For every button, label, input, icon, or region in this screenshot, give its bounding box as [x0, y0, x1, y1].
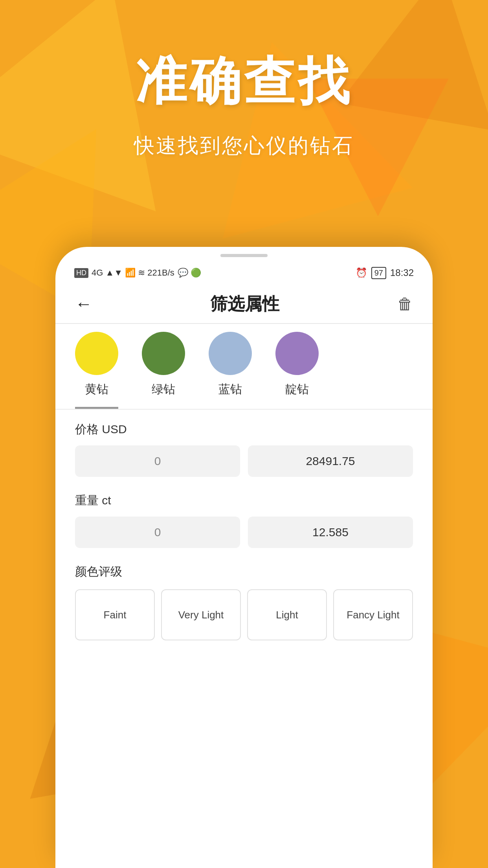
price-range-row: 0 28491.75 — [75, 445, 413, 477]
signal-icons: 4G ▲▼ 📶 ≋ 221B/s — [92, 268, 174, 278]
diamond-label-purple: 靛钻 — [285, 381, 309, 397]
price-section: 价格 USD 0 28491.75 — [55, 421, 433, 477]
color-option-fancy-light[interactable]: Fancy Light — [333, 589, 413, 640]
color-option-very-light[interactable]: Very Light — [161, 589, 241, 640]
alarm-icon: ⏰ — [356, 267, 367, 278]
diamond-label-green: 绿钻 — [152, 381, 175, 397]
weight-max-input[interactable]: 12.585 — [248, 517, 413, 548]
weight-label: 重量 ct — [75, 493, 413, 509]
divider — [55, 409, 433, 410]
trash-button[interactable]: 🗑 — [397, 295, 413, 313]
sub-title: 快速找到您心仪的钻石 — [0, 132, 488, 160]
weight-max-value: 12.585 — [312, 526, 349, 539]
circle-green — [142, 332, 185, 375]
color-rating-section: 颜色评级 Faint Very Light Light Fancy Light — [55, 564, 433, 640]
color-option-faint[interactable]: Faint — [75, 589, 155, 640]
price-min-input[interactable]: 0 — [75, 445, 240, 477]
diamond-label-yellow: 黄钻 — [85, 381, 108, 397]
hd-badge: HD — [74, 268, 88, 278]
diamond-item-yellow[interactable]: 黄钻 — [75, 332, 118, 409]
diamond-item-green[interactable]: 绿钻 — [142, 332, 185, 409]
circle-purple — [275, 332, 319, 375]
color-rating-label: 颜色评级 — [75, 564, 413, 580]
message-icon: 💬 🟢 — [178, 268, 201, 278]
diamond-label-blue: 蓝钻 — [218, 381, 242, 397]
weight-range-row: 0 12.585 — [75, 517, 413, 548]
weight-min-input[interactable]: 0 — [75, 517, 240, 548]
phone-notch — [55, 247, 433, 257]
notch-bar — [220, 254, 268, 257]
color-option-light[interactable]: Light — [247, 589, 327, 640]
color-options-row: Faint Very Light Light Fancy Light — [75, 589, 413, 640]
navigation-bar: ← 筛选属性 🗑 — [55, 285, 433, 324]
weight-min-value: 0 — [154, 526, 161, 539]
main-title: 准确查找 — [0, 47, 488, 116]
weight-section: 重量 ct 0 12.585 — [55, 493, 433, 548]
header-section: 准确查找 快速找到您心仪的钻石 — [0, 0, 488, 160]
page-title: 筛选属性 — [210, 292, 279, 316]
price-label: 价格 USD — [75, 421, 413, 438]
status-right: ⏰ 97 18:32 — [356, 267, 414, 279]
diamond-type-selector: 黄钻 绿钻 蓝钻 靛钻 — [55, 332, 433, 409]
circle-blue — [209, 332, 252, 375]
phone-mockup: HD 4G ▲▼ 📶 ≋ 221B/s 💬 🟢 ⏰ 97 18:32 ← 筛选属… — [55, 247, 433, 868]
price-min-value: 0 — [154, 454, 161, 468]
price-max-value: 28491.75 — [306, 454, 355, 468]
status-bar: HD 4G ▲▼ 📶 ≋ 221B/s 💬 🟢 ⏰ 97 18:32 — [55, 261, 433, 285]
battery-icon: 97 — [371, 267, 386, 279]
diamond-item-purple[interactable]: 靛钻 — [275, 332, 319, 409]
back-button[interactable]: ← — [75, 294, 92, 314]
price-max-input[interactable]: 28491.75 — [248, 445, 413, 477]
time-display: 18:32 — [390, 267, 414, 278]
diamond-item-blue[interactable]: 蓝钻 — [209, 332, 252, 409]
circle-yellow — [75, 332, 118, 375]
status-left: HD 4G ▲▼ 📶 ≋ 221B/s 💬 🟢 — [74, 268, 201, 278]
